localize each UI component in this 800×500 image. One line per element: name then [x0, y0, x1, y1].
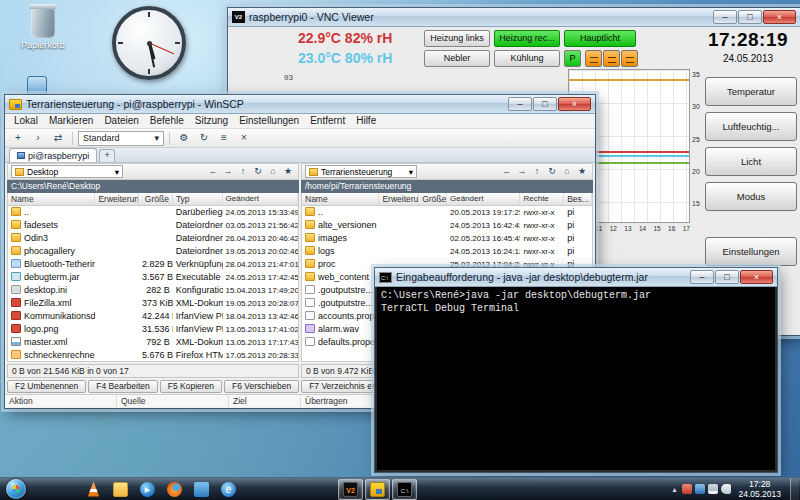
vnc-titlebar[interactable]: V2 raspberrypi0 - VNC Viewer – □ ×: [228, 8, 800, 27]
file-row[interactable]: alte_versionen 24.05.2013 16:42:43 rwxr-…: [302, 219, 592, 232]
close-button[interactable]: ×: [558, 97, 591, 111]
hauptlicht-button[interactable]: Hauptlicht: [564, 30, 636, 47]
column-header[interactable]: Größe: [419, 193, 447, 205]
parent-dir-icon[interactable]: ↑: [236, 165, 250, 178]
f6-move-button[interactable]: F6 Verschieben: [224, 380, 299, 393]
file-row[interactable]: Odin3 Dateiordner 26.04.2013 20:46:42: [8, 232, 298, 245]
menu-item[interactable]: Sitzung: [190, 115, 233, 126]
cmd-titlebar[interactable]: Eingabeaufforderung - java -jar desktop\…: [375, 268, 777, 287]
file-row[interactable]: Bluetooth-Tethering.l... 2.829 B Verknüp…: [8, 258, 298, 271]
taskbar-cmd-button[interactable]: [392, 479, 417, 500]
terminal-output[interactable]: C:\Users\René>java -jar desktop\debugter…: [377, 287, 775, 470]
file-row[interactable]: schneckenrechner.html 5.676 B Firefox HT…: [8, 349, 298, 362]
file-row[interactable]: .. Darüberliegen... 24.05.2013 15:33:49: [8, 206, 298, 219]
menu-item[interactable]: Dateien: [99, 115, 143, 126]
local-path-bar[interactable]: C:\Users\René\Desktop: [7, 180, 299, 193]
file-row[interactable]: fadesets Dateiordner 03.05.2013 21:56:42: [8, 219, 298, 232]
parent-dir-icon[interactable]: ↑: [530, 165, 544, 178]
temperatur-button[interactable]: Temperatur: [705, 77, 797, 106]
queue-column-header[interactable]: Ziel: [229, 395, 301, 407]
tray-volume-icon[interactable]: [721, 484, 731, 494]
file-row[interactable]: desktop.ini 282 B Konfigurations... 15.0…: [8, 284, 298, 297]
column-header[interactable]: Bes...: [564, 193, 592, 205]
file-row[interactable]: images 02.05.2013 16:45:45 rwxr-xr-x pi: [302, 232, 592, 245]
column-header[interactable]: Geändert: [447, 193, 520, 205]
session-tab[interactable]: pi@raspberrypi: [9, 148, 97, 162]
home-icon[interactable]: ⌂: [560, 165, 574, 178]
console-icon[interactable]: ›: [29, 130, 47, 146]
modus-button[interactable]: Modus: [705, 182, 797, 211]
tray-icon-red[interactable]: [682, 484, 692, 494]
f2-rename-button[interactable]: F2 Umbenennen: [7, 380, 86, 393]
heizung-rechts-button[interactable]: Heizung rec...: [494, 30, 560, 47]
new-session-tab-button[interactable]: +: [99, 149, 115, 162]
luftfeuchtigkeit-button[interactable]: Luftfeuchtig...: [705, 112, 797, 141]
f4-edit-button[interactable]: F4 Bearbeiten: [88, 380, 157, 393]
f5-copy-button[interactable]: F5 Kopieren: [160, 380, 222, 393]
close-button[interactable]: ×: [740, 270, 773, 284]
einstellungen-button[interactable]: Einstellungen: [705, 237, 797, 266]
file-row[interactable]: debugterm.jar 3.567 B Executable Jar ...…: [8, 271, 298, 284]
minimize-button[interactable]: –: [690, 270, 714, 284]
forward-icon[interactable]: →: [221, 165, 235, 178]
taskbar-firefox-button[interactable]: [162, 479, 187, 500]
column-header[interactable]: Erweiterung: [95, 193, 139, 205]
taskbar-live-button[interactable]: [189, 479, 214, 500]
menu-item[interactable]: Befehle: [145, 115, 189, 126]
menu-item[interactable]: Entfernt: [305, 115, 350, 126]
maximize-button[interactable]: □: [715, 270, 739, 284]
minimize-button[interactable]: –: [713, 10, 737, 24]
minimize-button[interactable]: –: [508, 97, 532, 111]
tray-icon-blue[interactable]: [695, 484, 705, 494]
remote-path-bar[interactable]: /home/pi/Terrariensteuerung: [301, 180, 593, 193]
queue-column-header[interactable]: Übertragen: [301, 395, 385, 407]
file-row[interactable]: logo.png 31.536 B IrfanView PNG... 13.05…: [8, 323, 298, 336]
orange-button-3[interactable]: [621, 50, 638, 67]
transfer-settings-icon[interactable]: ⚙: [175, 130, 193, 146]
close-button[interactable]: ×: [763, 10, 796, 24]
column-header[interactable]: Größe: [139, 193, 173, 205]
delete-icon[interactable]: ×: [235, 130, 253, 146]
licht-button[interactable]: Licht: [705, 147, 797, 176]
winscp-titlebar[interactable]: Terrariensteuerung - pi@raspberrypi - Wi…: [5, 95, 595, 114]
refresh-icon[interactable]: ↻: [545, 165, 559, 178]
maximize-button[interactable]: □: [738, 10, 762, 24]
column-header[interactable]: Typ: [173, 193, 223, 205]
taskbar-vlc-button[interactable]: [81, 479, 106, 500]
column-header[interactable]: Name: [8, 193, 95, 205]
sync-icon[interactable]: ⇄: [49, 130, 67, 146]
menu-item[interactable]: Hilfe: [351, 115, 381, 126]
home-icon[interactable]: ⌂: [266, 165, 280, 178]
taskbar-vnc-viewer-button[interactable]: [338, 479, 363, 500]
taskbar-clock[interactable]: 17:28 24.05.2013: [734, 479, 785, 499]
remote-drive-combo[interactable]: Terrariensteuerung ▾: [305, 165, 417, 178]
nebler-button[interactable]: Nebler: [424, 50, 490, 67]
preset-button[interactable]: P: [564, 50, 581, 67]
heizung-links-button[interactable]: Heizung links: [424, 30, 490, 47]
clock-gadget[interactable]: [112, 6, 186, 80]
show-desktop-button[interactable]: [790, 478, 799, 500]
hidden-icons-arrow[interactable]: ▴: [669, 485, 679, 494]
file-row[interactable]: master.xml 792 B XML-Dokument 13.05.2013…: [8, 336, 298, 349]
recycle-bin-icon[interactable]: Papierkorb: [14, 8, 72, 50]
refresh-icon[interactable]: ↻: [195, 130, 213, 146]
local-drive-combo[interactable]: Desktop ▾: [11, 165, 123, 178]
tray-network-icon[interactable]: [708, 484, 718, 494]
new-session-icon[interactable]: +: [9, 130, 27, 146]
column-header[interactable]: Name: [302, 193, 379, 205]
start-button[interactable]: [6, 479, 26, 499]
menu-item[interactable]: Markieren: [44, 115, 98, 126]
menu-item[interactable]: Einstellungen: [234, 115, 304, 126]
taskbar-explorer-button[interactable]: [108, 479, 133, 500]
bookmarks-icon[interactable]: ★: [281, 165, 295, 178]
back-icon[interactable]: ←: [206, 165, 220, 178]
column-header[interactable]: Erweiterung: [379, 193, 419, 205]
column-header[interactable]: Geändert: [223, 193, 298, 205]
file-row[interactable]: logs 24.05.2013 16:24:12 rwxr-xr-x pi: [302, 245, 592, 258]
file-row[interactable]: .. 20.05.2013 19:17:25 rwxr-xr-x pi: [302, 206, 592, 219]
menu-item[interactable]: Lokal: [9, 115, 43, 126]
column-header[interactable]: Rechte: [520, 193, 564, 205]
bookmarks-icon[interactable]: ★: [575, 165, 589, 178]
file-row[interactable]: phocagallery Dateiordner 19.05.2013 20:0…: [8, 245, 298, 258]
refresh-icon[interactable]: ↻: [251, 165, 265, 178]
